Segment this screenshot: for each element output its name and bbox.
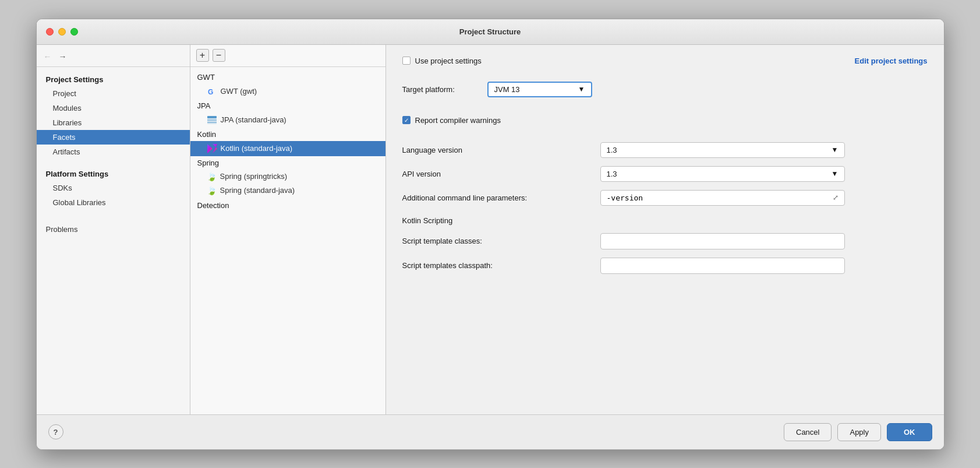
svg-marker-5 xyxy=(207,144,213,153)
back-arrow[interactable]: ← xyxy=(44,52,52,61)
kotlin-icon xyxy=(207,143,217,154)
language-version-label: Language version xyxy=(402,146,600,154)
facet-group-kotlin: Kotlin xyxy=(190,128,385,141)
script-template-classes-row: Script template classes: xyxy=(402,233,928,249)
right-top-row: Use project settings Target platform: JV… xyxy=(402,57,928,133)
facets-toolbar: + − xyxy=(190,45,385,67)
facet-item-gwt[interactable]: G GWT (gwt) xyxy=(190,84,385,99)
script-templates-classpath-label: Script templates classpath: xyxy=(402,261,600,270)
expand-icon[interactable]: ⤢ xyxy=(833,193,839,202)
script-template-classes-input[interactable] xyxy=(600,233,845,249)
api-version-row: API version 1.3 ▼ xyxy=(402,166,928,182)
facet-item-spring-standard[interactable]: 🍃 Spring (standard-java) xyxy=(190,184,385,198)
spring-leaf-icon-2: 🍃 xyxy=(207,186,217,195)
detection-label: Detection xyxy=(190,198,385,212)
traffic-lights xyxy=(46,28,78,36)
help-button[interactable]: ? xyxy=(48,424,63,439)
api-version-label: API version xyxy=(402,170,600,178)
main-content: ← → Project Settings Project Modules Lib… xyxy=(37,45,944,414)
kotlin-scripting-section: Kotlin Scripting xyxy=(402,216,928,225)
sidebar-item-sdks[interactable]: SDKs xyxy=(37,181,190,195)
forward-arrow[interactable]: → xyxy=(59,52,67,61)
target-platform-dropdown[interactable]: JVM 13 ▼ xyxy=(487,82,592,97)
minimize-button[interactable] xyxy=(58,28,66,36)
sidebar-item-artifacts[interactable]: Artifacts xyxy=(37,145,190,159)
report-compiler-warnings-row: ✓ Report compiler warnings xyxy=(402,116,592,125)
sidebar-navigation: ← → xyxy=(37,45,190,67)
sidebar-item-global-libraries[interactable]: Global Libraries xyxy=(37,195,190,210)
platform-dropdown-arrow: ▼ xyxy=(578,85,585,93)
sidebar-item-project[interactable]: Project xyxy=(37,86,190,101)
platform-settings-section-label: Platform Settings xyxy=(37,166,190,181)
cmd-params-row: Additional command line parameters: -ver… xyxy=(402,190,928,206)
cmd-params-input[interactable]: -version ⤢ xyxy=(600,190,845,206)
spring-leaf-icon-1: 🍃 xyxy=(207,172,217,181)
sidebar-item-libraries[interactable]: Libraries xyxy=(37,115,190,130)
script-template-classes-label: Script template classes: xyxy=(402,237,600,245)
footer: ? Cancel Apply OK xyxy=(37,414,944,449)
facet-group-gwt: GWT xyxy=(190,71,385,84)
facet-group-jpa: JPA xyxy=(190,99,385,112)
svg-marker-6 xyxy=(213,144,217,153)
right-panel: Use project settings Target platform: JV… xyxy=(386,45,944,414)
use-project-settings-row: Use project settings xyxy=(402,57,592,65)
window-title: Project Structure xyxy=(459,27,521,36)
ok-button[interactable]: OK xyxy=(887,423,932,441)
language-version-row: Language version 1.3 ▼ xyxy=(402,142,928,158)
target-platform-row: Target platform: JVM 13 ▼ xyxy=(402,82,592,97)
language-version-dropdown[interactable]: 1.3 ▼ xyxy=(600,142,845,158)
use-project-settings-checkbox[interactable] xyxy=(402,57,411,65)
titlebar: Project Structure xyxy=(37,19,944,45)
sidebar-item-facets[interactable]: Facets xyxy=(37,130,190,145)
report-compiler-warnings-label[interactable]: ✓ Report compiler warnings xyxy=(402,116,501,125)
svg-rect-2 xyxy=(207,116,217,118)
script-templates-classpath-input[interactable] xyxy=(600,258,845,274)
jpa-icon xyxy=(207,115,217,125)
svg-text:G: G xyxy=(208,88,213,96)
edit-project-settings-link[interactable]: Edit project settings xyxy=(855,57,928,65)
facet-group-spring: Spring xyxy=(190,156,385,170)
facets-list: GWT G GWT (gwt) JPA xyxy=(190,67,385,414)
api-version-arrow: ▼ xyxy=(832,170,839,178)
google-icon: G xyxy=(207,86,217,97)
sidebar-item-modules[interactable]: Modules xyxy=(37,101,190,115)
apply-button[interactable]: Apply xyxy=(837,423,881,441)
footer-right: Cancel Apply OK xyxy=(784,423,932,441)
script-templates-classpath-row: Script templates classpath: xyxy=(402,258,928,274)
report-compiler-warnings-checkbox[interactable]: ✓ xyxy=(402,116,411,124)
api-version-dropdown[interactable]: 1.3 ▼ xyxy=(600,166,845,182)
footer-left: ? xyxy=(48,424,63,439)
cancel-button[interactable]: Cancel xyxy=(784,423,832,441)
facet-item-spring-springtricks[interactable]: 🍃 Spring (springtricks) xyxy=(190,170,385,184)
cmd-params-label: Additional command line parameters: xyxy=(402,193,600,202)
sidebar-items: Project Settings Project Modules Librari… xyxy=(37,67,190,414)
close-button[interactable] xyxy=(46,28,54,36)
project-settings-section-label: Project Settings xyxy=(37,72,190,86)
sidebar-item-problems[interactable]: Problems xyxy=(37,221,190,237)
add-facet-button[interactable]: + xyxy=(196,49,209,62)
facets-panel: + − GWT G GWT (gwt) xyxy=(190,45,386,414)
facet-item-jpa[interactable]: JPA (standard-java) xyxy=(190,112,385,128)
facet-item-kotlin[interactable]: Kotlin (standard-java) xyxy=(190,141,385,156)
remove-facet-button[interactable]: − xyxy=(213,49,225,62)
use-project-settings-checkbox-label[interactable]: Use project settings xyxy=(402,57,482,65)
target-platform-label: Target platform: xyxy=(402,85,478,94)
language-version-arrow: ▼ xyxy=(832,146,839,154)
main-window: Project Structure ← → Project Settings P… xyxy=(36,19,944,450)
sidebar: ← → Project Settings Project Modules Lib… xyxy=(37,45,190,414)
maximize-button[interactable] xyxy=(70,28,78,36)
